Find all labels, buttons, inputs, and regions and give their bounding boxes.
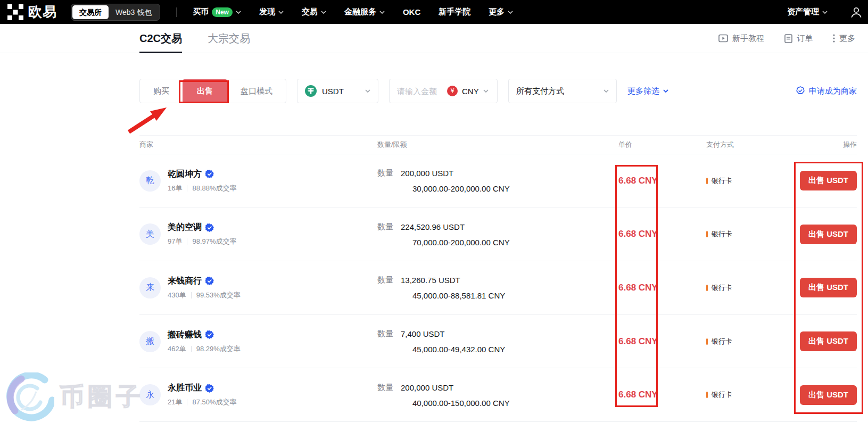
orderbook-mode-tab[interactable]: 盘口模式	[227, 79, 286, 103]
payment-method: 银行卡	[712, 283, 732, 293]
sell-usdt-button[interactable]: 出售 USDT	[800, 385, 857, 405]
bank-card-icon	[706, 178, 708, 184]
toggle-web3-wallet[interactable]: Web3 钱包	[109, 5, 159, 19]
col-price: 单价	[618, 140, 706, 150]
limit-value: 70,000.00-200,000.00 CNY	[412, 238, 618, 247]
merchant-name[interactable]: 美的空调	[168, 222, 202, 233]
nav-buy-crypto[interactable]: 买币 New	[193, 7, 241, 17]
secondary-navbar: C2C交易 大宗交易 新手教程 订单 更多	[0, 24, 868, 53]
limit-value: 45,000.00-88,581.81 CNY	[412, 291, 618, 300]
verified-badge-icon	[205, 277, 214, 285]
more-link[interactable]: 更多	[833, 34, 855, 44]
buy-tab[interactable]: 购买	[140, 79, 183, 103]
amount-value: 13,260.75 USDT	[401, 276, 460, 285]
nav-discover[interactable]: 发现	[259, 7, 284, 17]
tutorial-link[interactable]: 新手教程	[718, 34, 764, 44]
price-value: 6.68 CNY	[618, 283, 706, 293]
merchant-avatar[interactable]: 永	[139, 384, 161, 405]
payment-cell: 银行卡	[706, 176, 800, 186]
merchant-avatar[interactable]: 搬	[139, 331, 161, 352]
nav-more[interactable]: 更多	[489, 7, 513, 17]
amount-label: 数量	[377, 168, 393, 178]
payment-method-select[interactable]: 所有支付方式	[508, 79, 617, 103]
filter-bar: 购买 出售 盘口模式 USDT ¥ CNY 所有支付方式 更多筛选	[139, 79, 857, 103]
tab-c2c-trade[interactable]: C2C交易	[139, 24, 182, 53]
merchant-orders: 97单	[168, 237, 182, 246]
merchant-cell: 搬 搬砖赚钱 462单 98.29%成交率	[139, 329, 377, 354]
sell-tab[interactable]: 出售	[183, 79, 227, 103]
bank-card-icon	[706, 285, 708, 291]
chevron-down-icon	[822, 11, 828, 14]
topbar-right: 资产管理	[787, 6, 861, 19]
chevron-down-icon	[365, 89, 370, 93]
merchant-rate: 87.50%成交率	[192, 397, 236, 407]
table-row: 搬 搬砖赚钱 462单 98.29%成交率 数量 7,4	[139, 315, 857, 369]
col-merchant: 商家	[139, 140, 377, 150]
divider	[191, 346, 192, 352]
divider	[176, 7, 177, 17]
merchant-cell: 乾 乾圆坤方 16单 88.88%成交率	[139, 169, 377, 193]
side-segmented-control: 购买 出售 盘口模式	[139, 79, 286, 103]
limit-value: 40,000.00-150,000.00 CNY	[412, 399, 618, 408]
okx-logo[interactable]: 欧易	[7, 3, 57, 21]
main-nav: 买币 New 发现 交易 金融服务 OKC 新手学院 更多	[193, 7, 513, 17]
amount-value: 7,400 USDT	[401, 329, 445, 338]
merchant-avatar[interactable]: 美	[139, 223, 161, 245]
sell-usdt-button[interactable]: 出售 USDT	[800, 331, 857, 351]
divider	[191, 292, 192, 298]
payment-method: 银行卡	[712, 229, 732, 239]
currency-select-value[interactable]: CNY	[462, 87, 479, 96]
bank-card-icon	[706, 392, 708, 398]
top-navbar: 欧易 交易所 Web3 钱包 买币 New 发现 交易 金融服务 OKC 新手学…	[0, 0, 868, 24]
chevron-down-icon	[321, 11, 326, 14]
col-payment: 支付方式	[706, 140, 800, 150]
amount-limit-cell: 数量 224,520.96 USDT 70,000.00-200,000.00 …	[377, 222, 618, 247]
col-amount-limit: 数量/限额	[377, 140, 618, 150]
merchant-avatar[interactable]: 乾	[139, 170, 161, 192]
merchant-name[interactable]: 乾圆坤方	[168, 169, 202, 180]
price-value: 6.68 CNY	[618, 336, 706, 347]
divider	[187, 185, 187, 192]
new-badge: New	[212, 7, 233, 17]
coin-select[interactable]: USDT	[297, 79, 378, 103]
amount-input[interactable]	[397, 87, 443, 96]
nav-okc[interactable]: OKC	[403, 7, 420, 16]
chevron-down-icon	[663, 89, 668, 93]
amount-limit-cell: 数量 13,260.75 USDT 45,000.00-88,581.81 CN…	[377, 275, 618, 300]
payment-select-value: 所有支付方式	[516, 86, 564, 96]
amount-filter: ¥ CNY	[389, 79, 498, 103]
orders-link[interactable]: 订单	[784, 34, 813, 44]
verified-badge-icon	[205, 223, 214, 232]
user-account-icon[interactable]	[850, 6, 863, 19]
c2c-main: 购买 出售 盘口模式 USDT ¥ CNY 所有支付方式 更多筛选	[139, 79, 857, 422]
merchant-avatar[interactable]: 来	[139, 277, 161, 298]
amount-label: 数量	[377, 329, 393, 339]
amount-limit-cell: 数量 200,000 USDT 30,000.00-200,000.00 CNY	[377, 168, 618, 193]
chevron-down-icon	[604, 89, 609, 93]
payment-cell: 银行卡	[706, 337, 800, 346]
merchant-orders: 21单	[168, 397, 182, 407]
nav-finance[interactable]: 金融服务	[344, 7, 385, 17]
nav-assets[interactable]: 资产管理	[787, 7, 828, 17]
more-filters-link[interactable]: 更多筛选	[627, 86, 668, 96]
sell-usdt-button[interactable]: 出售 USDT	[800, 171, 857, 190]
sell-usdt-button[interactable]: 出售 USDT	[800, 278, 857, 297]
kebab-dots-icon	[833, 34, 835, 43]
limit-value: 30,000.00-200,000.00 CNY	[412, 184, 618, 193]
merchant-rate: 99.53%成交率	[196, 291, 241, 300]
sell-usdt-button[interactable]: 出售 USDT	[800, 225, 857, 244]
merchant-cell: 来 来钱商行 430单 99.53%成交率	[139, 276, 377, 300]
toggle-exchange[interactable]: 交易所	[72, 5, 109, 19]
nav-academy[interactable]: 新手学院	[439, 7, 470, 17]
apply-merchant-link[interactable]: 申请成为商家	[796, 86, 857, 96]
tab-block-trade[interactable]: 大宗交易	[208, 24, 250, 53]
amount-value: 200,000 USDT	[401, 169, 453, 178]
nav-trade[interactable]: 交易	[302, 7, 326, 17]
merchant-name[interactable]: 永胜币业	[168, 383, 202, 394]
merchant-name[interactable]: 搬砖赚钱	[168, 329, 202, 341]
okx-logo-icon	[7, 4, 23, 20]
divider	[187, 399, 187, 405]
product-toggle: 交易所 Web3 钱包	[71, 4, 160, 21]
table-row: 永 永胜币业 21单 87.50%成交率 数量 200,	[139, 368, 857, 422]
merchant-name[interactable]: 来钱商行	[168, 276, 202, 287]
